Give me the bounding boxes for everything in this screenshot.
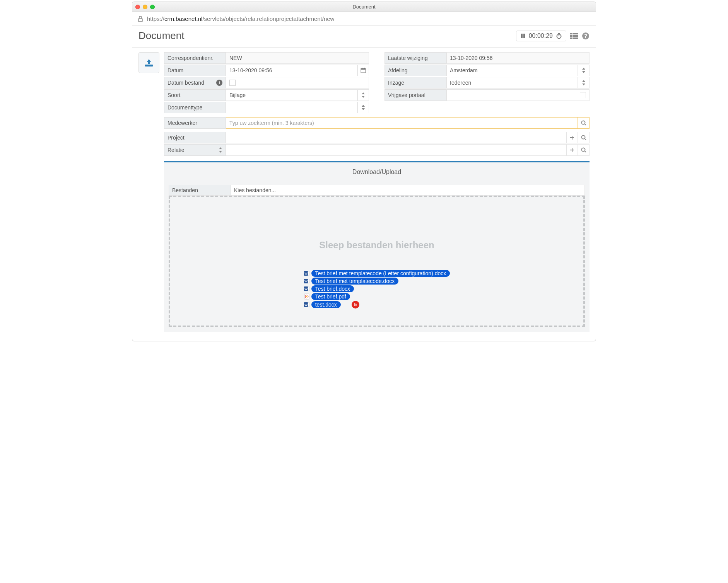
select-soort[interactable]: Bijlage xyxy=(226,89,357,101)
label-datum: Datum xyxy=(164,65,226,76)
svg-text:W: W xyxy=(304,280,308,283)
file-item[interactable]: WTest brief met templatecode (Letter con… xyxy=(304,270,450,277)
content: Correspondentienr. NEW Datum 13-10-2020 … xyxy=(132,48,596,341)
search-icon xyxy=(581,135,586,140)
row-documenttype: Documenttype xyxy=(164,102,369,113)
svg-rect-6 xyxy=(570,33,572,34)
svg-rect-31 xyxy=(308,271,309,275)
upload-button[interactable] xyxy=(138,52,159,73)
search-project-button[interactable] xyxy=(578,132,590,143)
select-soort-toggle[interactable] xyxy=(357,89,369,101)
chevron-updown-icon xyxy=(361,92,365,98)
svg-rect-4 xyxy=(558,33,560,34)
window: Document https://crm.basenet.nl/servlets… xyxy=(132,2,596,341)
select-documenttype[interactable] xyxy=(226,102,357,113)
label-afdeling: Afdeling xyxy=(385,65,446,76)
svg-rect-10 xyxy=(570,38,572,39)
list-icon[interactable] xyxy=(570,32,578,39)
chevron-updown-icon xyxy=(361,105,365,110)
select-afdeling-toggle[interactable] xyxy=(578,65,590,76)
titlebar: Document xyxy=(132,2,596,12)
file-count-badge: 5 xyxy=(352,301,359,309)
label-inzage: Inzage xyxy=(385,77,446,89)
svg-rect-2 xyxy=(523,34,525,38)
svg-rect-0 xyxy=(138,19,142,22)
pause-icon[interactable] xyxy=(520,33,526,39)
svg-point-40 xyxy=(306,296,307,297)
timer-value: 00:00:29 xyxy=(529,32,553,39)
chevron-updown-icon xyxy=(582,80,586,85)
file-name: Test brief.docx xyxy=(311,285,354,292)
row-correspondentienr: Correspondentienr. NEW xyxy=(164,52,369,64)
svg-line-24 xyxy=(585,139,586,140)
svg-rect-17 xyxy=(362,68,362,69)
svg-line-28 xyxy=(585,151,586,152)
input-relatie[interactable] xyxy=(226,144,566,156)
upload-panel: Download/Upload Bestanden Kies bestanden… xyxy=(164,161,590,332)
add-relatie-button[interactable] xyxy=(566,144,578,156)
svg-rect-37 xyxy=(308,287,309,291)
svg-text:W: W xyxy=(304,272,308,275)
plus-icon xyxy=(569,135,575,140)
svg-rect-7 xyxy=(572,33,578,34)
svg-rect-16 xyxy=(361,68,366,70)
file-item[interactable]: Test brief.pdf xyxy=(304,293,450,300)
checkbox-vrijgave-portaal-cell xyxy=(446,89,590,101)
select-documenttype-toggle[interactable] xyxy=(357,102,369,113)
help-icon[interactable]: ? xyxy=(582,32,590,40)
timer-widget[interactable]: 00:00:29 xyxy=(516,31,566,41)
row-afdeling: Afdeling Amsterdam xyxy=(385,65,590,76)
search-icon xyxy=(581,147,586,153)
word-file-icon: W xyxy=(304,286,310,292)
file-item[interactable]: WTest brief met templatecode.docx xyxy=(304,278,450,285)
search-relatie-button[interactable] xyxy=(578,144,590,156)
svg-point-27 xyxy=(582,148,585,152)
search-medewerker-button[interactable] xyxy=(578,117,590,129)
svg-rect-8 xyxy=(570,35,572,37)
row-datum-bestand: Datum bestand i xyxy=(164,77,369,89)
value-correspondentienr: NEW xyxy=(226,52,369,64)
dropzone[interactable]: Sleep bestanden hierheen WTest brief met… xyxy=(169,196,585,327)
info-icon[interactable]: i xyxy=(216,80,222,86)
upload-panel-title: Download/Upload xyxy=(164,162,590,185)
form-right: Laatste wijziging 13-10-2020 09:56 Afdel… xyxy=(385,52,590,114)
word-file-icon: W xyxy=(304,302,310,308)
svg-line-20 xyxy=(585,124,586,125)
select-inzage-toggle[interactable] xyxy=(578,77,590,89)
checkbox-datum-bestand-cell xyxy=(226,77,369,89)
dropped-files: WTest brief met templatecode (Letter con… xyxy=(304,270,450,309)
file-name: Test brief met templatecode.docx xyxy=(311,278,398,285)
choose-files-button[interactable]: Kies bestanden... xyxy=(231,187,279,193)
row-vrijgave-portaal: Vrijgave portaal xyxy=(385,89,590,101)
label-datum-bestand: Datum bestand i xyxy=(164,77,226,89)
select-inzage[interactable]: Iedereen xyxy=(446,77,578,89)
label-medewerker: Medewerker xyxy=(164,117,226,129)
row-laatste-wijziging: Laatste wijziging 13-10-2020 09:56 xyxy=(385,52,590,64)
chevron-updown-icon xyxy=(219,147,222,153)
stopwatch-icon xyxy=(556,33,562,39)
page-title: Document xyxy=(138,30,185,42)
url-host: crm.basenet.nl xyxy=(164,15,202,22)
input-medewerker[interactable]: Typ uw zoekterm (min. 3 karakters) xyxy=(226,117,578,129)
header-actions: 00:00:29 ? xyxy=(516,31,590,41)
dropzone-text: Sleep bestanden hierheen xyxy=(319,240,434,251)
svg-text:?: ? xyxy=(584,33,588,39)
svg-rect-9 xyxy=(572,35,578,37)
calendar-button[interactable] xyxy=(357,65,369,76)
label-relatie[interactable]: Relatie xyxy=(164,144,226,156)
checkbox-datum-bestand[interactable] xyxy=(229,80,236,86)
select-afdeling[interactable]: Amsterdam xyxy=(446,65,578,76)
window-title: Document xyxy=(132,4,596,10)
input-project[interactable] xyxy=(226,132,566,143)
file-name: test.docx xyxy=(311,301,341,308)
svg-rect-43 xyxy=(308,303,309,307)
file-item[interactable]: WTest brief.docx xyxy=(304,285,450,292)
file-item[interactable]: Wtest.docx5 xyxy=(304,301,450,309)
form-wide: Medewerker Typ uw zoekterm (min. 3 karak… xyxy=(164,117,590,156)
input-datum[interactable]: 13-10-2020 09:56 xyxy=(226,65,357,76)
add-project-button[interactable] xyxy=(566,132,578,143)
form-area: Correspondentienr. NEW Datum 13-10-2020 … xyxy=(138,52,590,332)
pdf-file-icon xyxy=(304,293,310,300)
checkbox-vrijgave-portaal[interactable] xyxy=(580,92,586,98)
value-laatste-wijziging: 13-10-2020 09:56 xyxy=(446,52,590,64)
